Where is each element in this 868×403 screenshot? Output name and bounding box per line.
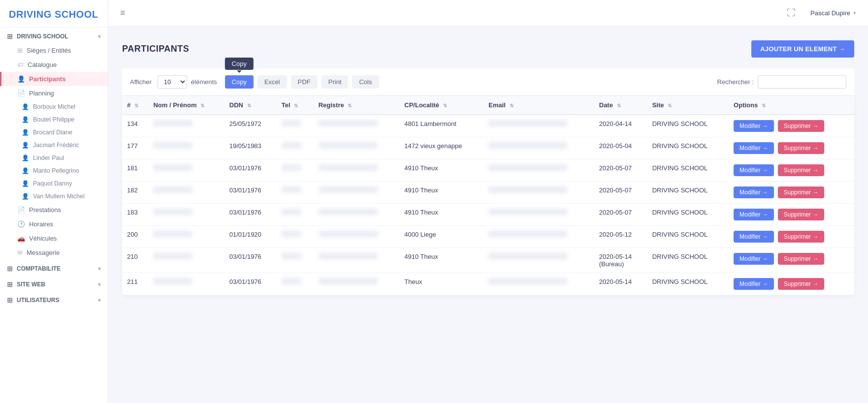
user-menu[interactable]: Pascal Dupire ▾ [810,9,856,17]
afficher-select[interactable]: 10 25 50 100 [158,75,187,89]
sidebar-sub-item-label: Brocard Diane [33,129,72,136]
cell-nom [148,115,224,137]
cell-options: Modifier → Supprimer → [729,204,854,226]
sort-icon: ⇅ [762,103,766,108]
modify-button[interactable]: Modifier → [734,253,774,265]
delete-button[interactable]: Supprimer → [778,186,825,198]
chevron-down-icon: ▾ [98,266,101,272]
sidebar-item-planning[interactable]: 📄 Planning [0,86,108,100]
sidebar-item-label: Prestations [29,206,61,214]
sidebar-sub-item-manto[interactable]: 👤 Manto Pellegrino [0,164,108,177]
cell-email [483,182,594,204]
sidebar-item-sieges[interactable]: ⊞ Sièges / Entités [0,43,108,58]
col-date[interactable]: Date ⇅ [594,96,647,115]
add-element-button[interactable]: AJOUTER UN ELEMENT → [751,40,854,58]
sidebar-sub-item-brocard[interactable]: 👤 Brocard Diane [0,126,108,139]
sidebar-sub-item-label: Van Mullem Michel [33,193,85,200]
sidebar-item-label: Planning [29,90,54,97]
cell-registre [314,273,400,295]
sidebar-item-label: Véhicules [29,235,57,242]
sort-icon: ⇅ [247,103,251,108]
sidebar-sub-item-paquot[interactable]: 👤 Paquot Danny [0,177,108,190]
sidebar-section-driving-school[interactable]: ⊞ DRIVING SCHOOL ▾ [0,28,108,43]
cell-ddn: 03/01/1976 [225,159,277,182]
user-icon: 👤 [22,193,29,200]
sidebar-item-label: Catalogue [28,61,57,68]
sidebar-sub-item-label: Borboux Michel [33,103,75,110]
sidebar-section-comptabilite[interactable]: ⊞ COMPTABILITE ▾ [0,260,108,276]
sidebar-sub-item-label: Jacmart Frédéric [33,142,79,149]
table-row: 182 03/01/1976 4910 Theux 2020-05-07 DRI… [122,182,854,204]
sidebar-sub-item-boutet[interactable]: 👤 Boutet Philippe [0,113,108,126]
delete-button[interactable]: Supprimer → [778,209,825,220]
delete-button[interactable]: Supprimer → [778,278,825,290]
modify-button[interactable]: Modifier → [734,186,774,198]
cell-site: DRIVING SCHOOL [647,159,729,182]
modify-button[interactable]: Modifier → [734,120,774,132]
search-label: Rechercher : [717,78,754,86]
cell-options: Modifier → Supprimer → [729,226,854,248]
col-num[interactable]: # ⇅ [122,96,148,115]
sidebar-section-label: UTILISATEURS [17,297,59,304]
delete-button[interactable]: Supprimer → [778,231,825,243]
delete-button[interactable]: Supprimer → [778,253,825,265]
search-input[interactable] [758,75,846,89]
sidebar-section-utilisateurs[interactable]: ⊞ UTILISATEURS ▾ [0,291,108,307]
print-button[interactable]: Print [321,75,349,89]
excel-button[interactable]: Excel [257,75,287,89]
sort-icon: ⇅ [294,103,298,108]
col-registre[interactable]: Registre ⇅ [314,96,400,115]
cell-num: 210 [122,248,148,273]
cols-button[interactable]: Cols [352,75,379,89]
sidebar-sub-item-van-mullem[interactable]: 👤 Van Mullem Michel [0,190,108,203]
user-icon: 👤 [17,75,25,83]
table-wrapper: # ⇅ Nom / Prénom ⇅ DDN ⇅ Tel [122,96,854,295]
sidebar-item-prestations[interactable]: 📄 Prestations [0,203,108,217]
fullscreen-icon[interactable]: ⛶ [787,8,796,18]
hamburger-icon[interactable]: ≡ [120,8,126,18]
cell-cp: 4000 Liege [399,226,483,248]
modify-button[interactable]: Modifier → [734,142,774,154]
cell-date: 2020-05-04 [594,137,647,159]
cell-registre [314,137,400,159]
modify-button[interactable]: Modifier → [734,164,774,176]
col-tel[interactable]: Tel ⇅ [277,96,314,115]
sidebar-item-vehicules[interactable]: 🚗 Véhicules [0,231,108,246]
table-controls: Afficher 10 25 50 100 éléments Copy Exce… [122,68,854,96]
col-ddn[interactable]: DDN ⇅ [225,96,277,115]
col-site[interactable]: Site ⇅ [647,96,729,115]
modify-button[interactable]: Modifier → [734,278,774,290]
cell-site: DRIVING SCHOOL [647,182,729,204]
delete-button[interactable]: Supprimer → [778,164,825,176]
topbar: ≡ ⛶ Pascal Dupire ▾ [108,0,868,27]
sort-icon: ⇅ [200,103,204,108]
app-logo: DRIVING SCHOOL [0,0,108,28]
cell-tel [277,182,314,204]
grid-icon: ⊞ [17,47,23,54]
pdf-button[interactable]: PDF [291,75,318,89]
sidebar-item-participants[interactable]: 👤 Participants [0,72,108,86]
modify-button[interactable]: Modifier → [734,209,774,220]
col-options[interactable]: Options ⇅ [729,96,854,115]
sidebar-item-horaires[interactable]: 🕐 Horaires [0,217,108,231]
cell-cp: 4910 Theux [399,182,483,204]
sidebar-sub-item-borboux[interactable]: 👤 Borboux Michel [0,100,108,113]
user-icon: 👤 [22,142,29,149]
delete-button[interactable]: Supprimer → [778,142,825,154]
sidebar-section-site-web[interactable]: ⊞ SITE WEB ▾ [0,276,108,291]
sidebar-item-messagerie[interactable]: ✉ Messagerie [0,246,108,260]
sort-icon: ⇅ [348,103,352,108]
sidebar-sub-item-jacmart[interactable]: 👤 Jacmart Frédéric [0,139,108,152]
col-nom[interactable]: Nom / Prénom ⇅ [148,96,224,115]
copy-button[interactable]: Copy [225,75,254,89]
cell-date: 2020-05-07 [594,159,647,182]
cell-options: Modifier → Supprimer → [729,159,854,182]
sidebar-item-catalogue[interactable]: 🏷 Catalogue [0,58,108,72]
sidebar-sub-item-linder[interactable]: 👤 Linder Paul [0,152,108,164]
delete-button[interactable]: Supprimer → [778,120,825,132]
modify-button[interactable]: Modifier → [734,231,774,243]
col-cp[interactable]: CP/Localité ⇅ [399,96,483,115]
clock-icon: 🕐 [17,220,25,228]
col-email[interactable]: Email ⇅ [483,96,594,115]
cell-tel [277,159,314,182]
